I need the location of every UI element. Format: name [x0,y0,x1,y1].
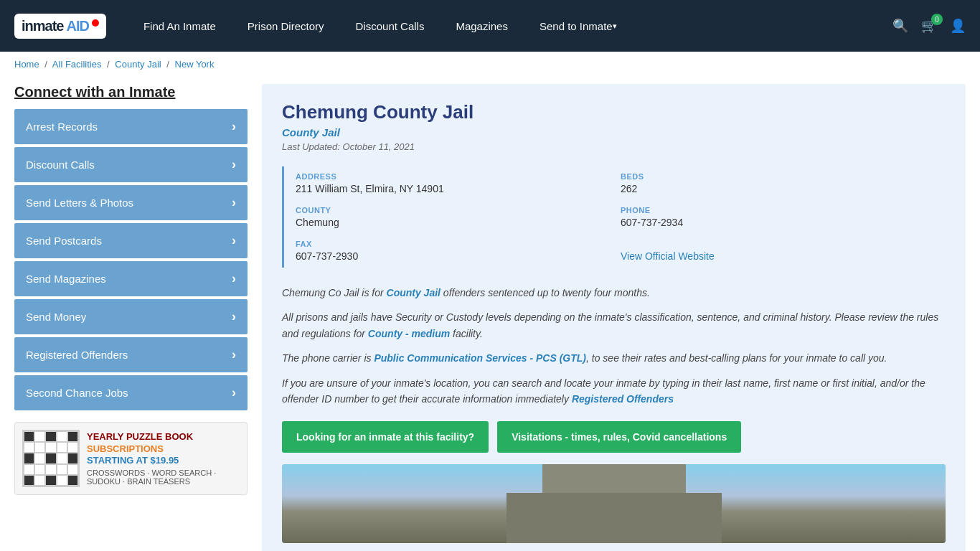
facility-info-grid: ADDRESS 211 William St, Elmira, NY 14901… [282,166,946,268]
nav-prison-directory[interactable]: Prison Directory [232,0,340,52]
address-cell: ADDRESS 211 William St, Elmira, NY 14901 [296,166,621,200]
facility-photo [282,464,946,543]
find-inmate-btn[interactable]: Looking for an inmate at this facility? [282,421,489,453]
arrow-icon: › [232,157,236,172]
facility-last-updated: Last Updated: October 11, 2021 [282,141,946,152]
crossword-image [22,430,80,487]
phone-cell: PHONE 607-737-2934 [621,200,946,234]
ad-text: YEARLY PUZZLE BOOK SUBSCRIPTIONS STARTIN… [87,431,240,486]
breadcrumb-county-jail[interactable]: County Jail [115,59,161,70]
main-nav: inmate AID Find An Inmate Prison Directo… [0,0,980,52]
sidebar: Connect with an Inmate Arrest Records › … [14,84,248,551]
sidebar-advertisement[interactable]: YEARLY PUZZLE BOOK SUBSCRIPTIONS STARTIN… [14,422,248,495]
pcs-gtl-link[interactable]: Public Communication Services - PCS (GTL… [374,352,586,364]
logo[interactable]: inmate AID [14,14,106,39]
arrow-icon: › [232,385,236,400]
nav-discount-calls[interactable]: Discount Calls [340,0,440,52]
main-layout: Connect with an Inmate Arrest Records › … [0,77,980,551]
desc-para-3: The phone carrier is Public Communicatio… [282,350,946,366]
website-cell: View Official Website [621,234,946,268]
sidebar-item-send-magazines[interactable]: Send Magazines › [14,261,248,296]
search-icon[interactable]: 🔍 [892,18,908,34]
breadcrumb: Home / All Facilities / County Jail / Ne… [0,52,980,77]
breadcrumb-home[interactable]: Home [14,59,39,70]
sidebar-item-send-letters[interactable]: Send Letters & Photos › [14,185,248,220]
cart-icon[interactable]: 🛒 0 [921,18,937,34]
arrow-icon: › [232,271,236,286]
official-website-link[interactable]: View Official Website [621,250,715,262]
logo-dot-icon [92,19,99,27]
sidebar-item-discount-calls[interactable]: Discount Calls › [14,147,248,182]
beds-cell: BEDS 262 [621,166,946,200]
sidebar-title: Connect with an Inmate [14,84,248,100]
building-image [282,464,946,543]
arrow-icon: › [232,347,236,362]
sidebar-item-send-money[interactable]: Send Money › [14,299,248,334]
facility-name: Chemung County Jail [282,101,946,123]
registered-offenders-link[interactable]: Registered Offenders [572,393,674,405]
sidebar-item-second-chance-jobs[interactable]: Second Chance Jobs › [14,375,248,410]
nav-magazines[interactable]: Magazines [440,0,524,52]
arrow-icon: › [232,119,236,134]
cta-buttons: Looking for an inmate at this facility? … [282,421,946,453]
arrow-icon: › [232,309,236,324]
county-medium-link[interactable]: County - medium [368,328,450,339]
nav-links: Find An Inmate Prison Directory Discount… [128,0,892,52]
nav-find-inmate[interactable]: Find An Inmate [128,0,232,52]
visitations-btn[interactable]: Visitations - times, rules, Covid cancel… [497,421,741,453]
user-icon[interactable]: 👤 [950,18,966,34]
nav-icons: 🔍 🛒 0 👤 [892,18,966,34]
sidebar-item-arrest-records[interactable]: Arrest Records › [14,109,248,144]
sidebar-item-registered-offenders[interactable]: Registered Offenders › [14,337,248,372]
county-cell: COUNTY Chemung [296,200,621,234]
facility-type: County Jail [282,126,946,138]
desc-para-4: If you are unsure of your inmate's locat… [282,375,946,408]
breadcrumb-all-facilities[interactable]: All Facilities [52,59,102,70]
facility-content: Chemung County Jail County Jail Last Upd… [262,84,966,551]
arrow-icon: › [232,233,236,248]
fax-cell: FAX 607-737-2930 [296,234,621,268]
county-jail-link-1[interactable]: County Jail [387,287,440,298]
building-base [507,493,722,543]
cart-badge: 0 [931,14,943,25]
arrow-icon: › [232,195,236,210]
desc-para-1: Chemung Co Jail is for County Jail offen… [282,285,946,301]
desc-para-2: All prisons and jails have Security or C… [282,309,946,342]
breadcrumb-new-york[interactable]: New York [175,59,215,70]
nav-send-to-inmate[interactable]: Send to Inmate [524,0,633,52]
sidebar-item-send-postcards[interactable]: Send Postcards › [14,223,248,258]
building-top [542,464,686,493]
